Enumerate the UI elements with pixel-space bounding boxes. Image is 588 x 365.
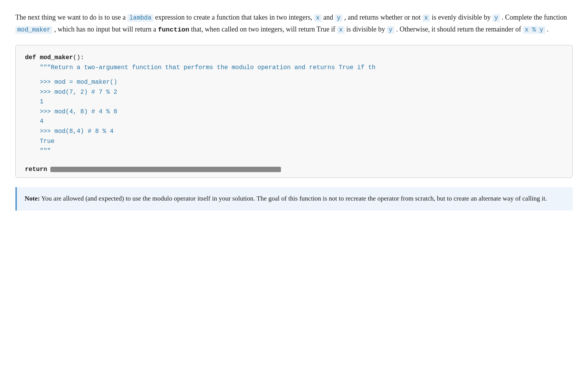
desc-part8: that, when called on two integers, will … [189,25,337,33]
desc-part11: . [545,25,549,33]
prompt-line-2: >>> mod(7, 2) # 7 % 2 [25,88,563,98]
function-bold: function [158,26,189,33]
def-line: def mod_makerdef mod_maker():(): [25,53,563,63]
return-blank-input [50,167,281,172]
empty-line-2 [25,156,563,161]
empty-line-1 [25,73,563,78]
y-code-1: y [335,14,343,22]
result-line-3: True [25,137,563,147]
code-block: def mod_makerdef mod_maker():(): """Retu… [16,45,572,161]
docstring-line1: """Return a two-argument function that p… [25,63,563,73]
desc-part4: , and returns whether or not [344,13,422,21]
desc-part7: , which has no input but will return a [54,25,158,33]
x-code-1: x [314,14,322,22]
prompt-line-1: >>> mod = mod_maker() [25,78,563,88]
mod-maker-inline-code: mod_maker [15,26,52,34]
prompt-line-4: >>> mod(8,4) # 8 % 4 [25,127,563,137]
desc-part3: and [323,13,335,21]
desc-part1: The next thing we want to do is to use a [15,13,127,21]
result-line-2: 4 [25,117,563,127]
desc-part10: . Otherwise, it should return the remain… [394,25,523,33]
description-paragraph: The next thing we want to do is to use a… [15,12,573,36]
desc-part9: is divisible by [345,25,387,33]
note-text: You are allowed (and expected) to use th… [40,195,547,202]
x-code-2: x [422,14,430,22]
xy-code: x % y [523,26,545,34]
note-bold-label: Note: [25,195,40,202]
docstring-close: """ [25,146,563,156]
code-block-container: def mod_makerdef mod_maker():(): """Retu… [15,45,573,178]
return-line: return [16,163,572,178]
y-code-2: y [492,14,500,22]
lambda-code: lambda [127,14,153,22]
desc-part5: is evenly divisible by [432,13,492,21]
desc-part2: expression to create a function that tak… [155,13,314,21]
result-line-1: 1 [25,97,563,107]
return-keyword: return [25,166,47,173]
x-code-3: x [337,26,345,34]
y-code-3: y [387,26,395,34]
desc-part6: . Complete the function [502,13,567,21]
note-box: Note: You are allowed (and expected) to … [15,187,573,211]
prompt-line-3: >>> mod(4, 8) # 4 % 8 [25,107,563,117]
